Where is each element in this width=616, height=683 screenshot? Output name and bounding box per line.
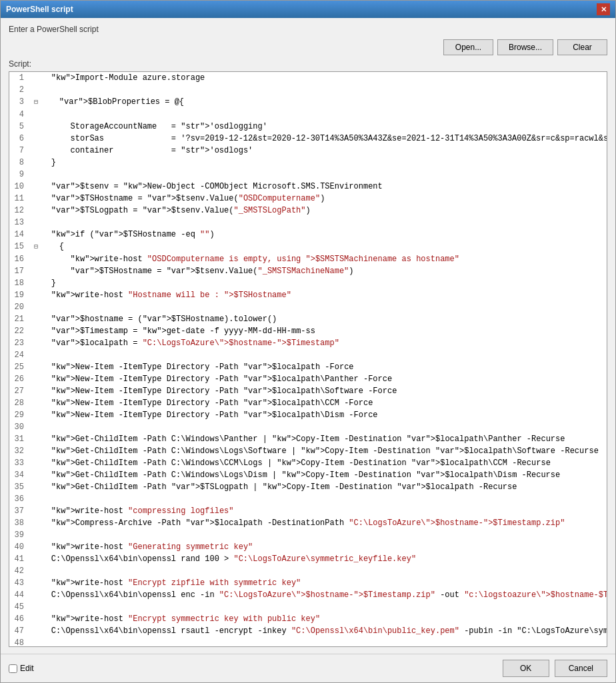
line-content: C:\Openssl\x64\bin\openssl rand 100 > "C…	[29, 553, 607, 565]
line-content	[29, 349, 607, 361]
line-number: 17	[9, 265, 29, 277]
table-row: 37 "kw">write-host "compressing logfiles…	[9, 505, 607, 517]
table-row: 21 "var">$hostname = ("var">$TSHostname)…	[9, 313, 607, 325]
line-content	[29, 421, 607, 433]
line-content	[29, 301, 607, 313]
line-number: 47	[9, 625, 29, 637]
line-content: "kw">New-Item -ItemType Directory -Path …	[29, 373, 607, 385]
line-content	[29, 169, 607, 181]
browse-button[interactable]: Browse...	[497, 39, 553, 55]
table-row: 22 "var">$Timestamp = "kw">get-date -f y…	[9, 325, 607, 337]
line-number: 20	[9, 301, 29, 313]
line-content: storSas = '?sv=2019-12-12&st=2020-12-30T…	[29, 133, 607, 145]
line-content: "var">$TSHostname = "var">$tsenv.Value("…	[29, 193, 607, 205]
edit-checkbox[interactable]	[9, 664, 17, 673]
line-number: 34	[9, 469, 29, 481]
line-number: 26	[9, 373, 29, 385]
line-number: 9	[9, 169, 29, 181]
window-content: Enter a PowerShell script Open... Browse…	[1, 18, 615, 654]
table-row: 12 "var">$TSLogpath = "var">$tsenv.Value…	[9, 205, 607, 217]
toolbar: Open... Browse... Clear	[9, 39, 607, 55]
table-row: 24	[9, 349, 607, 361]
table-row: 44 C:\Openssl\x64\bin\openssl enc -in "C…	[9, 589, 607, 601]
table-row: 15⊟ {	[9, 241, 607, 253]
table-row: 19 "kw">write-host "Hostname will be : "…	[9, 289, 607, 301]
line-number: 5	[9, 121, 29, 133]
line-content: "kw">write-host "Encrypt zipfile with sy…	[29, 577, 607, 589]
table-row: 29 "kw">New-Item -ItemType Directory -Pa…	[9, 409, 607, 421]
table-row: 14 "kw">if ("var">$TSHostname -eq "")	[9, 229, 607, 241]
line-content: ⊟ {	[29, 241, 607, 253]
line-content	[29, 217, 607, 229]
line-number: 44	[9, 589, 29, 601]
line-number: 32	[9, 445, 29, 457]
line-content: "kw">write-host "OSDComputername is empt…	[29, 253, 607, 265]
table-row: 34 "kw">Get-ChildItem -Path C:\Windows\L…	[9, 469, 607, 481]
line-number: 23	[9, 337, 29, 349]
table-row: 32 "kw">Get-ChildItem -Path C:\Windows\L…	[9, 445, 607, 457]
line-number: 41	[9, 553, 29, 565]
line-content: "kw">New-Item -ItemType Directory -Path …	[29, 385, 607, 397]
line-number: 25	[9, 361, 29, 373]
line-number: 22	[9, 325, 29, 337]
line-content: C:\Openssl\x64\bin\openssl enc -in "C:\L…	[29, 589, 607, 601]
line-number: 19	[9, 289, 29, 301]
line-content: container = "str">'osdlogs'	[29, 145, 607, 157]
collapse-icon[interactable]: ⊟	[32, 241, 40, 253]
line-number: 14	[9, 229, 29, 241]
line-content: StorageAccountName = "str">'osdlogging'	[29, 121, 607, 133]
line-content	[29, 493, 607, 505]
table-row: 47 C:\Openssl\x64\bin\openssl rsautl -en…	[9, 625, 607, 637]
line-number: 7	[9, 145, 29, 157]
code-editor[interactable]: 1 "kw">Import-Module azure.storage2 3⊟ "…	[9, 71, 607, 647]
table-row: 7 container = "str">'osdlogs'	[9, 145, 607, 157]
table-row: 9	[9, 169, 607, 181]
line-number: 30	[9, 421, 29, 433]
table-row: 45	[9, 601, 607, 613]
table-row: 23 "var">$localpath = "C:\LogsToAzure\">…	[9, 337, 607, 349]
line-content: "kw">Get-ChildItem -Path "var">$TSLogpat…	[29, 481, 607, 493]
table-row: 1 "kw">Import-Module azure.storage	[9, 72, 607, 84]
line-content: "kw">New-Item -ItemType Directory -Path …	[29, 397, 607, 409]
line-content: "kw">write-host "Encrypt symmectric key …	[29, 613, 607, 625]
cancel-button[interactable]: Cancel	[555, 660, 607, 677]
line-content	[29, 529, 607, 541]
table-row: 20	[9, 301, 607, 313]
line-number: 48	[9, 637, 29, 647]
line-number: 3	[9, 96, 29, 109]
line-content	[29, 109, 607, 121]
window-title: PowerShell script	[6, 5, 73, 14]
line-content	[29, 601, 607, 613]
line-content: }	[29, 277, 607, 289]
line-number: 43	[9, 577, 29, 589]
table-row: 42	[9, 565, 607, 577]
table-row: 46 "kw">write-host "Encrypt symmectric k…	[9, 613, 607, 625]
table-row: 25 "kw">New-Item -ItemType Directory -Pa…	[9, 361, 607, 373]
line-content: "kw">if ("var">$TSHostname -eq "")	[29, 229, 607, 241]
table-row: 16 "kw">write-host "OSDComputername is e…	[9, 253, 607, 265]
line-number: 12	[9, 205, 29, 217]
table-row: 38 "kw">Compress-Archive -Path "var">$lo…	[9, 517, 607, 529]
line-content: "var">$TSLogpath = "var">$tsenv.Value("_…	[29, 205, 607, 217]
edit-checkbox-row: Edit	[9, 664, 497, 673]
line-content: "kw">Compress-Archive -Path "var">$local…	[29, 517, 607, 529]
line-content: "kw">Get-ChildItem -Path C:\Windows\Pant…	[29, 433, 607, 445]
line-content: C:\Openssl\x64\bin\openssl rsautl -encry…	[29, 625, 607, 637]
close-button[interactable]: ✕	[597, 3, 610, 15]
powershell-window: PowerShell script ✕ Enter a PowerShell s…	[0, 0, 616, 683]
table-row: 26 "kw">New-Item -ItemType Directory -Pa…	[9, 373, 607, 385]
open-button[interactable]: Open...	[443, 39, 493, 55]
line-content: "var">$Timestamp = "kw">get-date -f yyyy…	[29, 325, 607, 337]
collapse-icon[interactable]: ⊟	[32, 97, 40, 109]
ok-button[interactable]: OK	[503, 660, 549, 677]
line-content: }	[29, 157, 607, 169]
line-number: 10	[9, 181, 29, 193]
table-row: 31 "kw">Get-ChildItem -Path C:\Windows\P…	[9, 433, 607, 445]
line-content: ⊟ "var">$BlobProperties = @{	[29, 96, 607, 109]
table-row: 6 storSas = '?sv=2019-12-12&st=2020-12-3…	[9, 133, 607, 145]
table-row: 35 "kw">Get-ChildItem -Path "var">$TSLog…	[9, 481, 607, 493]
clear-button[interactable]: Clear	[557, 39, 607, 55]
table-row: 39	[9, 529, 607, 541]
line-number: 16	[9, 253, 29, 265]
line-number: 8	[9, 157, 29, 169]
